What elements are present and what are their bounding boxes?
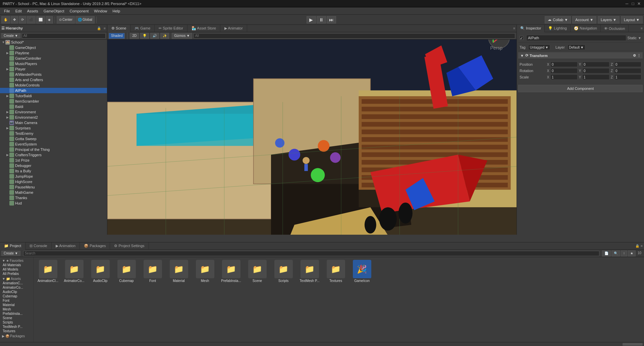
scene-viewport[interactable]: Persp [107,40,517,235]
favorites-header[interactable]: ▼ ★ Favorites [1,258,32,263]
scale-y-field[interactable]: 1 [582,74,609,80]
hierarchy-search-input[interactable] [22,33,106,39]
assets-cubemap[interactable]: Cubemap [1,294,32,298]
close-button[interactable]: ✕ [637,1,641,6]
shading-button[interactable]: Shaded [109,33,125,39]
toggle-tutorbaldi[interactable]: ▶ [5,94,9,98]
tree-item-hud[interactable]: Hud [0,200,107,206]
toggle-pausemenu[interactable] [5,185,9,189]
tree-item-player[interactable]: ▶ Player [0,66,107,72]
tree-item-playtime[interactable]: ▶ Playtime [0,50,107,56]
transform-settings-icon[interactable]: ⚙ [633,54,636,57]
toggle-arts[interactable] [5,78,9,82]
tree-item-surprises[interactable]: ▶ Surprises [0,125,107,131]
toggle-aipath[interactable] [5,89,9,93]
tree-item-mathgame[interactable]: MathGame [0,190,107,195]
object-active-checkbox[interactable]: ✓ [520,36,524,40]
tab-inspector[interactable]: 🔍 Inspector [517,25,545,32]
tree-item-jumprope[interactable]: JumpRope [0,174,107,179]
minimize-button[interactable]: ─ [625,1,629,6]
menu-file[interactable]: File [1,8,13,14]
account-button[interactable]: Account ▼ [572,16,596,23]
toggle-mathgame[interactable] [5,190,9,194]
assets-scene[interactable]: Scene [1,316,32,320]
tree-item-aipath[interactable]: AIPath [0,88,107,93]
space-button[interactable]: 🌐 Global [75,16,95,23]
project-view-button2[interactable]: 🔍 [611,250,620,256]
toggle-testenemy[interactable] [5,131,9,135]
project-menu-icon[interactable]: ≡ [641,244,643,248]
tree-item-tutorbaldi[interactable]: ▶ TutorBaldi [0,93,107,99]
scene-3d-view[interactable]: Persp [107,40,517,235]
object-name-field[interactable] [526,35,626,41]
toggle-playtime[interactable]: ▶ [5,51,9,55]
hierarchy-create-button[interactable]: Create ▼ [1,33,20,38]
tree-item-highscore[interactable]: HighScore [0,179,107,184]
2d-button[interactable]: 2D [130,33,139,39]
tree-item-musicplayers[interactable]: MusicPlayers [0,61,107,66]
step-button[interactable]: ⏭ [327,16,336,23]
tab-occlusion[interactable]: 👁 Occlusion [601,25,629,32]
rotation-z-field[interactable]: 0 [614,68,641,73]
tree-item-pausemenu[interactable]: PauseMenu [0,184,107,190]
assets-prefabinsta[interactable]: PrefabInsta... [1,311,32,316]
tree-item-environment[interactable]: ▶ Environment [0,109,107,115]
toggle-crafterstriggers[interactable]: ▶ [5,153,9,157]
menu-window[interactable]: Window [91,8,110,14]
rect-tool[interactable]: ⬜ [36,16,45,23]
menu-assets[interactable]: Assets [24,8,41,14]
toggle-mobilecontrols[interactable] [5,83,9,87]
static-dropdown[interactable]: ▼ [638,36,641,40]
asset-textmeshp[interactable]: 📁 TextMesh P... [298,260,321,283]
asset-font[interactable]: 📁 Font [141,260,164,283]
project-view-button1[interactable]: 📄 [602,250,611,256]
tree-item-eventsystem[interactable]: EventSystem [0,141,107,147]
asset-scene[interactable]: 📁 Scene [246,260,269,283]
tab-animation[interactable]: ▶ Animation [52,242,80,250]
tab-project-settings[interactable]: ⚙ Project Settings [110,242,149,250]
tree-item-crafterstriggers[interactable]: ▶ CraftersTriggers [0,152,107,158]
toggle-highscore[interactable] [5,180,9,184]
asset-animationcl[interactable]: 📁 AnimationCl... [36,260,60,283]
tree-item-gottasweep[interactable]: Gotta Sweep [0,136,107,141]
toggle-itemscrambler[interactable] [5,99,9,103]
scale-z-field[interactable]: 1 [614,74,641,80]
toggle-principal[interactable] [5,148,9,152]
assets-material[interactable]: Material [1,303,32,307]
tree-item-thanks[interactable]: Thanks [0,195,107,200]
tree-item-principal[interactable]: Principal of the Thing [0,147,107,152]
tab-packages[interactable]: 📦 Packages [80,242,110,250]
tab-game[interactable]: 🎮 Game [130,25,155,32]
asset-prefabinsta[interactable]: 📁 PrefabInsta... [219,260,243,283]
toggle-player[interactable]: ▶ [5,67,9,71]
toggle-musicplayers[interactable] [5,62,9,66]
project-search-input[interactable] [23,251,599,256]
tab-console[interactable]: ⊟ Console [25,242,51,250]
menu-gameobject[interactable]: GameObject [41,8,67,14]
favorites-all-materials[interactable]: All Materials [1,263,32,267]
toggle-aiwanderpoints[interactable] [5,72,9,76]
assets-scripts[interactable]: Scripts [1,320,32,325]
transform-overflow-icon[interactable]: ⋮ [637,54,641,57]
assets-textmeshp[interactable]: TextMesh P... [1,325,32,329]
menu-help[interactable]: Help [110,8,123,14]
toggle-gamecontroller[interactable] [5,56,9,60]
play-button[interactable]: ▶ [307,16,316,23]
assets-header[interactable]: ▼ 📁 Assets [1,277,32,281]
tab-project[interactable]: 📁 Project [0,242,25,250]
toggle-thanks[interactable] [5,196,9,200]
tree-item-environment2[interactable]: ▶ Environment2 [0,115,107,120]
assets-font[interactable]: Font [1,298,32,303]
tree-item-gameobject[interactable]: GameObject [0,45,107,50]
asset-cubemap[interactable]: 📁 Cubemap [115,260,138,283]
tree-item-maincamera[interactable]: 📷 Main Camera [0,120,107,125]
asset-animatorco[interactable]: 📁 AnimatorCo... [62,260,86,283]
tab-animator[interactable]: ▶ Animator [220,25,247,32]
tab-sprite-editor[interactable]: ✏ Sprite Editor [155,25,187,32]
favorites-all-prefabs[interactable]: All Prefabs [1,272,32,276]
asset-audioclip[interactable]: 📁 AudioClip [89,260,112,283]
toggle-baldi[interactable] [5,105,9,109]
light-button[interactable]: 💡 [140,33,149,39]
menu-edit[interactable]: Edit [13,8,24,14]
pause-button[interactable]: ⏸ [317,16,326,23]
